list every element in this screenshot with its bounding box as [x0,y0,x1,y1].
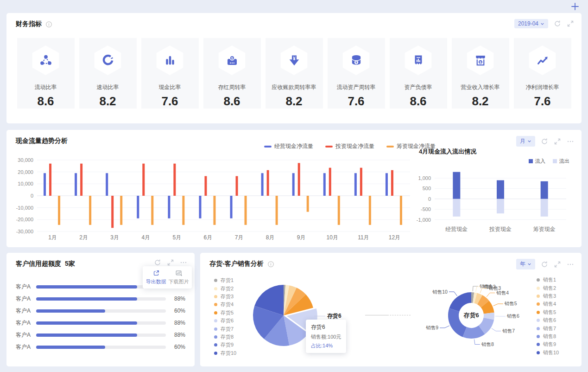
bar[interactable] [354,173,357,196]
legend-item[interactable]: 销售1 [537,276,559,284]
bar[interactable] [106,173,108,196]
legend-item[interactable]: 存货2 [214,284,236,292]
credit-row[interactable]: 客户A60% [16,305,185,317]
bar[interactable] [541,181,548,199]
bar[interactable] [369,196,371,225]
bar[interactable] [453,199,460,217]
bar[interactable] [111,196,114,228]
bar[interactable] [541,199,548,217]
credit-row[interactable]: 客户A88% [16,293,185,305]
legend-item[interactable]: 销售6 [537,316,559,324]
cashflow-bar-chart[interactable]: 30,00020,00010,0000-10,000-20,000-30,000… [16,154,414,245]
bar[interactable] [386,173,388,196]
bar[interactable] [142,164,145,196]
legend-item[interactable]: 销售2 [537,284,559,292]
bar[interactable] [182,196,184,225]
bar[interactable] [245,196,247,225]
add-widget-button[interactable] [570,2,580,11]
credit-row[interactable]: 客户A60% [16,341,185,353]
bar[interactable] [80,164,82,196]
bar[interactable] [453,172,460,199]
credit-row[interactable]: 客户A88% [16,329,185,341]
bar[interactable] [204,176,207,196]
bar[interactable] [173,164,176,196]
more-icon[interactable] [567,261,574,268]
period-dropdown[interactable]: 年 [516,259,535,269]
bar[interactable] [298,163,300,196]
bar[interactable] [230,196,233,218]
bar-series[interactable] [58,196,402,225]
bar[interactable] [360,168,362,196]
bar[interactable] [168,196,170,218]
sales-donut-chart[interactable]: 销售1销售2销售3销售4销售5销售6销售7销售8销售9销售10存货6 [399,270,543,366]
refresh-icon[interactable] [554,20,561,27]
bar[interactable] [213,196,215,225]
bar[interactable] [497,199,504,213]
bar[interactable] [267,170,269,196]
info-icon[interactable] [45,21,52,28]
legend-item[interactable]: 销售8 [537,333,559,340]
bar[interactable] [400,196,402,225]
expand-icon[interactable] [554,138,561,145]
legend-item[interactable]: 经营现金净流量 [264,142,313,150]
credit-bar-chart[interactable]: 客户A88%客户A88%客户A60%客户A88%客户A88%客户A60% [16,281,185,353]
bar[interactable] [58,196,60,225]
export-data-menu-item[interactable]: 导出数据 [145,269,167,285]
donut-slice-销售10[interactable] [449,292,471,312]
metric-card: 净利润增长率7.6 [514,38,571,109]
legend-item[interactable]: 存货5 [214,309,236,317]
expand-icon[interactable] [167,259,174,266]
bar[interactable] [89,196,91,225]
period-dropdown[interactable]: 2019-04 [514,19,548,28]
refresh-icon[interactable] [154,259,161,266]
legend-item[interactable]: 投资现金净流量 [325,142,374,150]
expand-icon[interactable] [567,20,574,27]
bar[interactable] [338,196,340,225]
legend-item[interactable]: 销售5 [537,308,559,316]
bar-series[interactable] [49,163,393,228]
legend-item[interactable]: 存货10 [214,349,236,357]
bar[interactable] [44,173,46,196]
legend-item[interactable]: 存货9 [214,341,236,349]
bar[interactable] [120,196,122,225]
expand-icon[interactable] [554,261,561,268]
period-dropdown[interactable]: 月 [516,136,535,147]
download-image-menu-item[interactable]: 下载图片 [167,269,190,285]
legend-item[interactable]: 销售4 [537,300,559,308]
april-flow-chart[interactable]: 1,0005000-500-1,000经营现金投资现金筹资现金 [415,165,577,236]
refresh-icon[interactable] [541,261,548,268]
legend-item[interactable]: 存货7 [214,325,236,333]
bar[interactable] [137,196,139,218]
credit-row[interactable]: 客户A88% [16,317,185,329]
legend-item[interactable]: 流出 [553,158,569,165]
bar[interactable] [391,170,393,196]
bar[interactable] [497,180,504,199]
bar[interactable] [276,196,278,225]
legend-item[interactable]: 流入 [529,158,545,165]
bar[interactable] [329,168,331,196]
bar[interactable] [323,173,326,196]
legend-item[interactable]: 销售9 [537,340,559,348]
metric-card: $营业收入增长率8.2 [452,38,509,109]
bar[interactable] [75,173,77,196]
bar[interactable] [49,164,51,196]
legend-item[interactable]: 存货1 [214,276,236,284]
bar[interactable] [307,196,309,212]
info-icon[interactable] [267,261,274,268]
legend-item[interactable]: 存货3 [214,293,236,301]
legend-item[interactable]: 销售3 [537,292,559,300]
bar[interactable] [236,176,238,196]
legend-item[interactable]: 销售10 [537,349,559,357]
legend-item[interactable]: 销售7 [537,324,559,332]
legend-item[interactable]: 存货8 [214,333,236,341]
axis-label: 500 [423,186,431,191]
bar[interactable] [199,196,201,218]
legend-item[interactable]: 存货4 [214,301,236,308]
more-icon[interactable] [567,138,574,145]
bar[interactable] [261,173,264,196]
legend-item[interactable]: 存货6 [214,317,236,325]
refresh-icon[interactable] [541,138,548,145]
more-icon[interactable] [180,259,187,266]
bar[interactable] [151,196,153,225]
bar[interactable] [292,173,295,196]
